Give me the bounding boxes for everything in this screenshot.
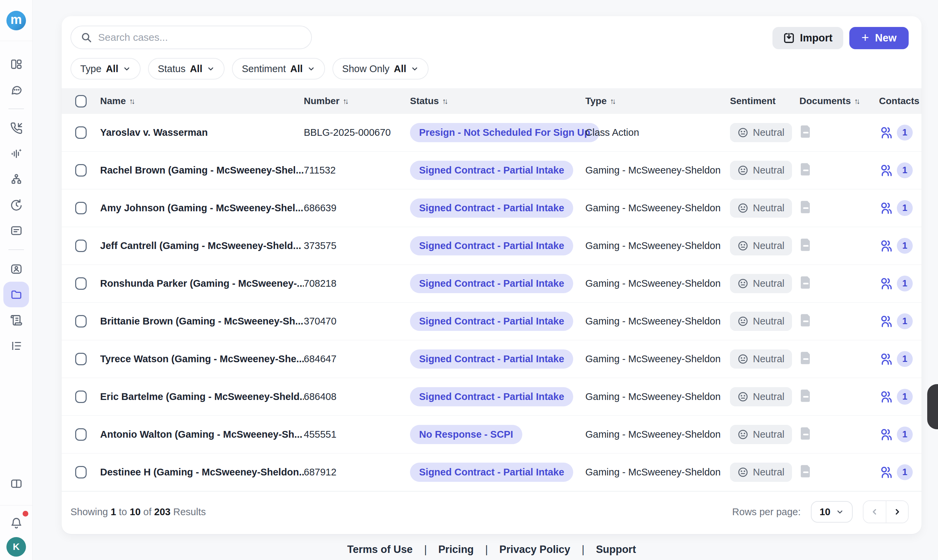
import-icon	[783, 32, 795, 44]
table-row[interactable]: Ronshunda Parker (Gaming - McSweeney-...…	[62, 265, 921, 303]
column-header-documents[interactable]: Documents↑↓	[799, 96, 879, 106]
contacts-cell[interactable]: 1	[879, 464, 921, 480]
sidebar-item-collapse[interactable]	[3, 471, 29, 496]
notifications-button[interactable]	[3, 510, 29, 536]
contacts-cell[interactable]: 1	[879, 162, 921, 178]
case-name[interactable]: Brittanie Brown (Gaming - McSweeney-Sh..…	[100, 316, 304, 327]
row-checkbox[interactable]	[75, 277, 86, 290]
previous-page-button[interactable]	[864, 501, 886, 523]
footer-link-pricing[interactable]: Pricing	[438, 543, 474, 555]
row-checkbox[interactable]	[75, 202, 86, 214]
column-header-name[interactable]: Name↑↓	[100, 96, 304, 106]
column-header-status[interactable]: Status↑↓	[410, 96, 585, 106]
sidebar-item-history[interactable]	[3, 192, 29, 218]
row-checkbox[interactable]	[75, 240, 86, 252]
sidebar-item-cases[interactable]	[3, 282, 29, 307]
document-icon[interactable]	[799, 238, 812, 252]
row-checkbox[interactable]	[75, 391, 86, 403]
footer-link-support[interactable]: Support	[596, 543, 636, 555]
contacts-icon	[879, 126, 892, 140]
case-name[interactable]: Destinee H (Gaming - McSweeney-Sheldon..…	[100, 467, 304, 478]
column-header-number[interactable]: Number↑↓	[304, 96, 410, 106]
import-button[interactable]: Import	[773, 27, 843, 49]
filter-value: All	[190, 63, 202, 74]
case-name[interactable]: Rachel Brown (Gaming - McSweeney-Shel...	[100, 165, 304, 176]
rows-per-page-select[interactable]: 10	[811, 501, 853, 523]
table-row[interactable]: Destinee H (Gaming - McSweeney-Sheldon..…	[62, 454, 921, 491]
voice-ai-icon	[10, 148, 23, 160]
contacts-icon	[879, 315, 892, 328]
contacts-cell[interactable]: 1	[879, 125, 921, 140]
contacts-cell[interactable]: 1	[879, 313, 921, 329]
new-button[interactable]: + New	[849, 27, 909, 49]
sidebar-item-notes[interactable]	[3, 218, 29, 243]
search-input[interactable]	[98, 32, 287, 43]
contacts-cell[interactable]: 1	[879, 389, 921, 405]
row-checkbox[interactable]	[75, 428, 86, 441]
user-initial: K	[13, 542, 20, 552]
contacts-cell[interactable]: 1	[879, 275, 921, 291]
footer-link-terms[interactable]: Terms of Use	[347, 543, 413, 555]
document-icon[interactable]	[799, 426, 812, 440]
search-box[interactable]	[71, 26, 312, 49]
document-icon[interactable]	[799, 275, 812, 289]
document-icon[interactable]	[799, 351, 812, 365]
document-icon[interactable]	[799, 125, 812, 138]
dashboard-icon	[10, 58, 23, 71]
document-icon[interactable]	[799, 389, 812, 403]
column-header-type[interactable]: Type↑↓	[585, 96, 730, 106]
filter-status[interactable]: Status All	[148, 58, 225, 80]
app-logo[interactable]: m	[6, 11, 26, 30]
row-checkbox[interactable]	[75, 315, 86, 328]
row-checkbox[interactable]	[75, 353, 86, 365]
case-name[interactable]: Amy Johnson (Gaming - McSweeney-Shel...	[100, 203, 304, 214]
row-checkbox[interactable]	[75, 126, 86, 139]
table-row[interactable]: Jeff Cantrell (Gaming - McSweeney-Sheld.…	[62, 227, 921, 265]
contacts-cell[interactable]: 1	[879, 238, 921, 254]
sidebar-item-messages[interactable]	[3, 77, 29, 102]
case-name[interactable]: Tyrece Watson (Gaming - McSweeney-She...	[100, 354, 304, 365]
filter-type[interactable]: Type All	[71, 58, 140, 80]
filter-sentiment[interactable]: Sentiment All	[232, 58, 325, 80]
row-checkbox[interactable]	[75, 164, 86, 177]
sidebar-item-incoming-calls[interactable]	[3, 115, 29, 141]
table-row[interactable]: Yaroslav v. Wasserman BBLG-2025-000670 P…	[62, 114, 921, 152]
column-header-sentiment: Sentiment	[730, 96, 799, 106]
filter-value: All	[106, 63, 118, 74]
table-row[interactable]: Brittanie Brown (Gaming - McSweeney-Sh..…	[62, 303, 921, 340]
case-name[interactable]: Yaroslav v. Wasserman	[100, 127, 304, 138]
sidebar-item-voice-ai[interactable]	[3, 141, 29, 166]
sentiment-badge: Neutral	[730, 349, 792, 369]
sidebar-item-workflows[interactable]	[3, 166, 29, 192]
row-checkbox[interactable]	[75, 466, 86, 478]
filter-show-only[interactable]: Show Only All	[332, 58, 429, 80]
sidebar-item-dashboard[interactable]	[3, 51, 29, 77]
sidebar-item-contacts[interactable]	[3, 256, 29, 282]
case-name[interactable]: Antonio Walton (Gaming - McSweeney-Sh...	[100, 429, 304, 440]
select-all-checkbox[interactable]	[75, 95, 86, 108]
user-avatar[interactable]: K	[6, 537, 26, 557]
table-row[interactable]: Antonio Walton (Gaming - McSweeney-Sh...…	[62, 416, 921, 454]
document-icon[interactable]	[799, 162, 812, 176]
table-row[interactable]: Eric Bartelme (Gaming - McSweeney-Sheld.…	[62, 378, 921, 416]
sidebar-item-scripts[interactable]	[3, 307, 29, 333]
contacts-cell[interactable]: 1	[879, 426, 921, 442]
hidden-side-widget[interactable]	[927, 384, 938, 429]
sentiment-label: Neutral	[753, 391, 785, 402]
contacts-cell[interactable]: 1	[879, 351, 921, 367]
sentiment-badge: Neutral	[730, 161, 792, 180]
table-row[interactable]: Rachel Brown (Gaming - McSweeney-Shel...…	[62, 152, 921, 189]
document-icon[interactable]	[799, 464, 812, 478]
next-page-button[interactable]	[886, 501, 908, 523]
footer-link-privacy[interactable]: Privacy Policy	[499, 543, 570, 555]
table-row[interactable]: Tyrece Watson (Gaming - McSweeney-She...…	[62, 340, 921, 378]
case-name[interactable]: Ronshunda Parker (Gaming - McSweeney-...	[100, 278, 304, 289]
footer: Terms of Use | Pricing | Privacy Policy …	[62, 534, 921, 555]
contacts-cell[interactable]: 1	[879, 200, 921, 216]
document-icon[interactable]	[799, 313, 812, 327]
sidebar-item-queue[interactable]	[3, 333, 29, 358]
table-row[interactable]: Amy Johnson (Gaming - McSweeney-Shel... …	[62, 189, 921, 227]
document-icon[interactable]	[799, 200, 812, 214]
case-name[interactable]: Jeff Cantrell (Gaming - McSweeney-Sheld.…	[100, 240, 304, 251]
case-name[interactable]: Eric Bartelme (Gaming - McSweeney-Sheld.…	[100, 391, 304, 402]
